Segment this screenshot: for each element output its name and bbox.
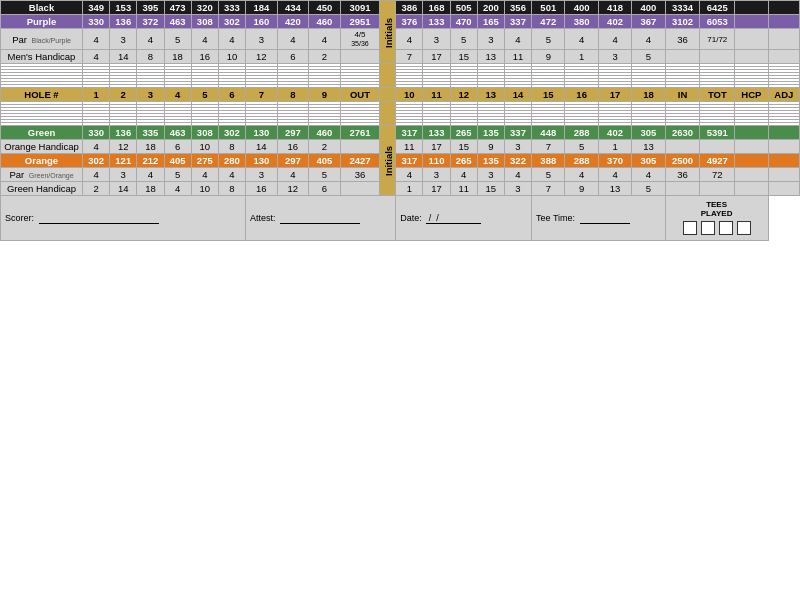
ghcp-h11: 17 xyxy=(423,182,450,196)
par-h16: 4 xyxy=(565,29,598,50)
ohcp-adj xyxy=(768,140,799,154)
mhcp-h17: 3 xyxy=(598,50,631,64)
ghcp-h13: 15 xyxy=(477,182,504,196)
purple-h8: 420 xyxy=(277,15,309,29)
hole-14: 14 xyxy=(504,88,531,102)
ohcp-h12: 15 xyxy=(450,140,477,154)
par-go-adj xyxy=(768,168,799,182)
hole-5: 5 xyxy=(191,88,218,102)
par-h4: 5 xyxy=(164,29,191,50)
orange-h14: 322 xyxy=(504,154,531,168)
purple-h13: 165 xyxy=(477,15,504,29)
ohcp-in xyxy=(665,140,700,154)
black-adj xyxy=(768,1,799,15)
par-tot: 71/72 xyxy=(700,29,735,50)
par-go-hcp xyxy=(735,168,768,182)
par-go-h5: 4 xyxy=(191,168,218,182)
par-go-h17: 4 xyxy=(598,168,631,182)
orange-adj xyxy=(768,154,799,168)
mhcp-h5: 16 xyxy=(191,50,218,64)
ohcp-h14: 3 xyxy=(504,140,531,154)
mhcp-h7: 12 xyxy=(246,50,278,64)
ghcp-h16: 9 xyxy=(565,182,598,196)
par-h7: 3 xyxy=(246,29,278,50)
hole-1: 1 xyxy=(83,88,110,102)
hole-adj: ADJ xyxy=(768,88,799,102)
orange-h9: 405 xyxy=(309,154,341,168)
ghcp-h17: 13 xyxy=(598,182,631,196)
initials-spacer xyxy=(380,88,396,102)
ohcp-tot xyxy=(700,140,735,154)
green-h17: 402 xyxy=(598,126,631,140)
ghcp-h15: 7 xyxy=(532,182,565,196)
par-out: 4/535/36 xyxy=(340,29,380,50)
ghcp-h1: 2 xyxy=(83,182,110,196)
par-h2: 3 xyxy=(110,29,137,50)
purple-h5: 308 xyxy=(191,15,218,29)
mhcp-in xyxy=(665,50,700,64)
green-h8: 297 xyxy=(277,126,309,140)
mhcp-h18: 5 xyxy=(632,50,665,64)
par-h12: 5 xyxy=(450,29,477,50)
orange-h11: 110 xyxy=(423,154,450,168)
ohcp-hcp xyxy=(735,140,768,154)
par-go-h4: 5 xyxy=(164,168,191,182)
mhcp-h1: 4 xyxy=(83,50,110,64)
purple-label: Purple xyxy=(1,15,83,29)
black-in: 3334 xyxy=(665,1,700,15)
green-h10: 317 xyxy=(396,126,423,140)
purple-h6: 302 xyxy=(218,15,245,29)
black-h17: 418 xyxy=(598,1,631,15)
purple-h9: 460 xyxy=(309,15,341,29)
par-go-h12: 4 xyxy=(450,168,477,182)
orange-h10: 317 xyxy=(396,154,423,168)
orange-handicap-label: Orange Handicap xyxy=(1,140,83,154)
ghcp-h2: 14 xyxy=(110,182,137,196)
ohcp-h10: 11 xyxy=(396,140,423,154)
ghcp-tot xyxy=(700,182,735,196)
ohcp-h9: 2 xyxy=(309,140,341,154)
mhcp-h14: 11 xyxy=(504,50,531,64)
black-out: 3091 xyxy=(340,1,380,15)
ghcp-h12: 11 xyxy=(450,182,477,196)
footer-scorer: Scorer: xyxy=(1,196,246,241)
purple-h4: 463 xyxy=(164,15,191,29)
ghcp-h10: 1 xyxy=(396,182,423,196)
orange-out: 2427 xyxy=(340,154,380,168)
hole-7: 7 xyxy=(246,88,278,102)
hole-17: 17 xyxy=(598,88,631,102)
purple-h18: 367 xyxy=(632,15,665,29)
green-h13: 135 xyxy=(477,126,504,140)
orange-h3: 212 xyxy=(137,154,164,168)
purple-h1: 330 xyxy=(83,15,110,29)
hole-out: OUT xyxy=(340,88,380,102)
ghcp-h3: 18 xyxy=(137,182,164,196)
footer-tees-played: TEESPLAYED xyxy=(665,196,768,241)
purple-h3: 372 xyxy=(137,15,164,29)
ohcp-h15: 7 xyxy=(532,140,565,154)
tee-box-1 xyxy=(683,221,697,235)
ohcp-h8: 16 xyxy=(277,140,309,154)
purple-h12: 470 xyxy=(450,15,477,29)
ohcp-h13: 9 xyxy=(477,140,504,154)
scorer-label: Scorer: xyxy=(5,213,34,223)
par-go-h11: 3 xyxy=(423,168,450,182)
hole-in: IN xyxy=(665,88,700,102)
ohcp-h3: 18 xyxy=(137,140,164,154)
green-h1: 330 xyxy=(83,126,110,140)
par-go-h13: 3 xyxy=(477,168,504,182)
black-h11: 168 xyxy=(423,1,450,15)
purple-h11: 133 xyxy=(423,15,450,29)
ohcp-h2: 12 xyxy=(110,140,137,154)
mhcp-tot xyxy=(700,50,735,64)
black-h1: 349 xyxy=(83,1,110,15)
black-h10: 386 xyxy=(396,1,423,15)
ghcp-h14: 3 xyxy=(504,182,531,196)
ghcp-h7: 16 xyxy=(246,182,278,196)
hole-9: 9 xyxy=(309,88,341,102)
black-label: Black xyxy=(1,1,83,15)
initials-back: Initials xyxy=(380,126,396,196)
par-h5: 4 xyxy=(191,29,218,50)
orange-h12: 265 xyxy=(450,154,477,168)
hole-11: 11 xyxy=(423,88,450,102)
